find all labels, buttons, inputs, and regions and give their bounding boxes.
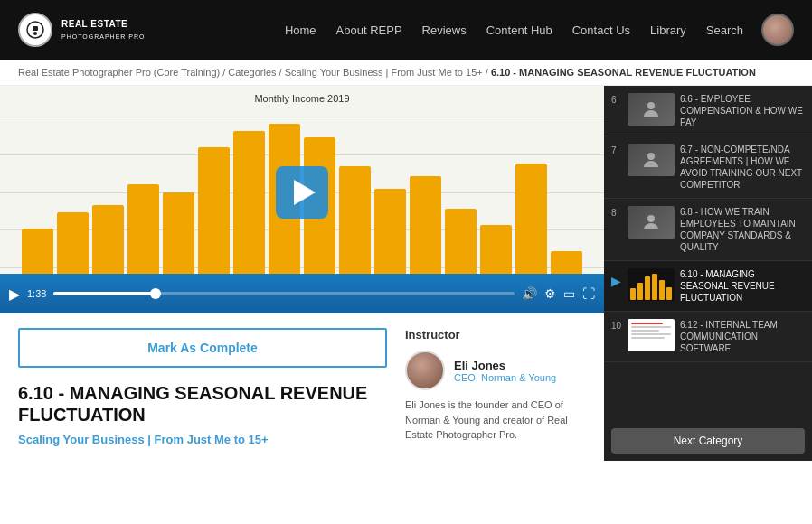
instructor-panel: Instructor Eli Jones CEO, Norman & Young…	[405, 328, 586, 446]
nav-home[interactable]: Home	[285, 23, 316, 37]
logo[interactable]: REAL ESTATE PHOTOGRAPHER PRO	[18, 13, 146, 47]
nav-contact-us[interactable]: Contact Us	[572, 23, 630, 37]
video-player: Monthly Income 2019	[0, 86, 604, 313]
playlist-arrow: ▶	[611, 268, 622, 288]
breadcrumb: Real Estate Photographer Pro (Core Train…	[0, 60, 812, 86]
playlist: 6 6.6 - EMPLOYEE COMPENSATION & HOW WE P…	[604, 86, 812, 421]
lesson-info: Mark As Complete 6.10 - MANAGING SEASONA…	[18, 328, 387, 446]
playlist-title: 6.7 - NON-COMPETE/NDA AGREEMENTS | HOW W…	[680, 144, 805, 191]
playlist-num: 6	[611, 93, 622, 105]
instructor-avatar	[405, 351, 445, 390]
nav-links: Home About REPP Reviews Content Hub Cont…	[285, 23, 743, 37]
airplay-icon[interactable]: ▭	[563, 286, 575, 301]
list-item-active[interactable]: ▶ 6.10 - MANAGING SEASONAL REVENUE FLUCT…	[604, 261, 812, 312]
playlist-container: 6 6.6 - EMPLOYEE COMPENSATION & HOW WE P…	[604, 86, 812, 461]
nav-about[interactable]: About REPP	[336, 23, 402, 37]
playlist-title: 6.10 - MANAGING SEASONAL REVENUE FLUCTUA…	[680, 268, 805, 304]
user-avatar[interactable]	[761, 14, 794, 46]
instructor-details: Eli Jones CEO, Norman & Young	[454, 359, 556, 383]
svg-point-2	[33, 32, 37, 35]
instructor-name: Eli Jones	[454, 359, 556, 372]
settings-icon[interactable]: ⚙	[544, 286, 556, 301]
svg-rect-1	[33, 26, 38, 31]
playlist-thumb	[628, 268, 675, 301]
progress-fill	[53, 292, 155, 295]
logo-text: REAL ESTATE PHOTOGRAPHER PRO	[61, 18, 146, 42]
progress-bar[interactable]	[53, 292, 515, 295]
logo-icon	[18, 13, 52, 47]
playlist-title: 6.12 - INTERNAL TEAM COMMUNICATION SOFTW…	[680, 319, 805, 354]
instructor-role: CEO, Norman & Young	[454, 372, 556, 383]
instructor-label: Instructor	[405, 328, 586, 342]
instructor-info: Eli Jones CEO, Norman & Young	[405, 351, 586, 390]
progress-dot	[150, 288, 161, 299]
playlist-title: 6.8 - HOW WE TRAIN EMPLOYEES TO MAINTAIN…	[680, 206, 805, 253]
svg-point-4	[647, 153, 655, 160]
play-button[interactable]	[276, 166, 328, 219]
svg-point-5	[647, 215, 655, 222]
instructor-bio: Eli Jones is the founder and CEO of Norm…	[405, 398, 586, 443]
nav-reviews[interactable]: Reviews	[422, 23, 467, 37]
video-controls: ▶ 1:38 🔊 ⚙ ▭ ⛶	[0, 274, 604, 313]
time-display: 1:38	[27, 288, 46, 299]
nav-content-hub[interactable]: Content Hub	[486, 23, 552, 37]
fullscreen-icon[interactable]: ⛶	[582, 286, 595, 301]
next-category-button[interactable]: Next Category	[611, 428, 805, 454]
nav-search[interactable]: Search	[706, 23, 743, 37]
main-layout: Monthly Income 2019	[0, 86, 812, 461]
svg-point-3	[647, 102, 655, 109]
below-video: Mark As Complete 6.10 - MANAGING SEASONA…	[0, 313, 604, 461]
list-item[interactable]: 7 6.7 - NON-COMPETE/NDA AGREEMENTS | HOW…	[604, 136, 812, 199]
lesson-subtitle[interactable]: Scaling Your Business | From Just Me to …	[18, 433, 387, 446]
nav-library[interactable]: Library	[650, 23, 686, 37]
chart-title: Monthly Income 2019	[0, 93, 604, 104]
play-overlay[interactable]	[0, 111, 604, 274]
volume-icon[interactable]: 🔊	[522, 286, 537, 301]
list-item[interactable]: 10 6.12 - INTERNAL TEAM COMMUNICATION SO…	[604, 312, 812, 362]
list-item[interactable]: 8 6.8 - HOW WE TRAIN EMPLOYEES TO MAINTA…	[604, 199, 812, 261]
mark-complete-button[interactable]: Mark As Complete	[18, 328, 387, 368]
playlist-thumb	[628, 319, 675, 351]
video-column: Monthly Income 2019	[0, 86, 604, 461]
playlist-thumb	[628, 93, 675, 126]
play-triangle	[294, 180, 316, 205]
playlist-title: 6.6 - EMPLOYEE COMPENSATION & HOW WE PAY	[680, 93, 805, 128]
lesson-title: 6.10 - MANAGING SEASONAL REVENUE FLUCTUA…	[18, 382, 387, 426]
playlist-num: 10	[611, 319, 622, 331]
list-item[interactable]: 6 6.6 - EMPLOYEE COMPENSATION & HOW WE P…	[604, 86, 812, 136]
navbar: REAL ESTATE PHOTOGRAPHER PRO Home About …	[0, 0, 812, 60]
playlist-num: 8	[611, 206, 622, 218]
playlist-thumb	[628, 144, 675, 176]
next-category-wrapper: Next Category	[604, 421, 812, 461]
playlist-num: 7	[611, 144, 622, 155]
play-pause-button[interactable]: ▶	[9, 285, 20, 303]
playlist-thumb	[628, 206, 675, 239]
